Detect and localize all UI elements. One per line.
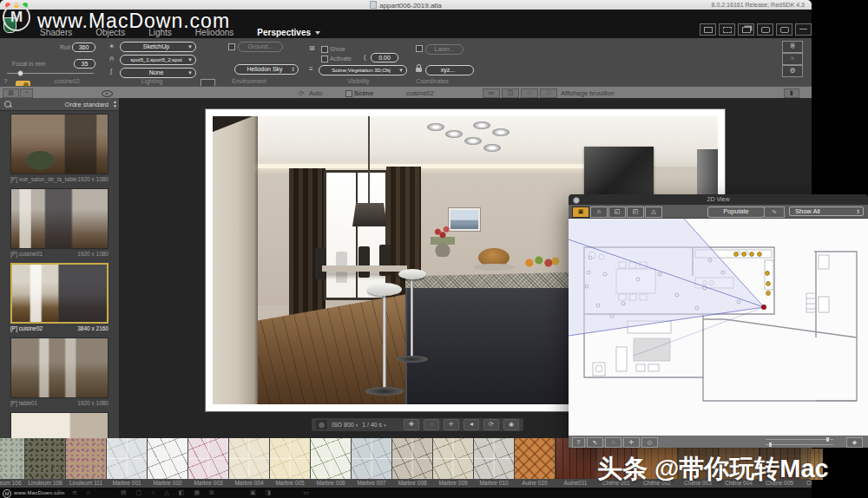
perspective-thumbnail[interactable] (10, 188, 108, 249)
material-swatch[interactable] (188, 438, 228, 479)
remove-view-button[interactable]: − (20, 88, 33, 98)
shader-cat-icon[interactable]: ▤ (121, 488, 127, 497)
aperture-button[interactable]: ◎ (316, 420, 327, 429)
gear-button[interactable]: ⚙ (782, 65, 803, 77)
tab-shaders[interactable]: Shaders (40, 28, 72, 38)
panel-toggle-button[interactable]: ▮ (784, 88, 799, 98)
view2d-object-tool-icon[interactable]: ◰ (627, 206, 644, 218)
layout-full-icon[interactable]: □ (540, 88, 557, 98)
neon-group-dropdown[interactable]: None▼ (120, 68, 196, 78)
view2d-elevation-tool-icon[interactable]: ⌂ (590, 206, 608, 218)
list-mode-button[interactable]: ▥ (3, 88, 19, 98)
grid-cat-icon[interactable]: ⊞ (209, 488, 214, 497)
material-swatch[interactable] (352, 438, 391, 479)
material-tile[interactable]: Marbre 010 (474, 438, 514, 488)
tab-heliodons[interactable]: Heliodons (195, 28, 233, 38)
help-button[interactable]: ? (3, 77, 7, 85)
perspective-thumbnail[interactable] (10, 412, 108, 438)
view2d-layers-button[interactable]: ◈ (846, 437, 863, 448)
view2d-fit-icon[interactable]: ✛ (623, 437, 640, 448)
sort-stepper-icon[interactable]: ▲▼ (113, 100, 117, 108)
show-checkbox[interactable] (321, 46, 328, 53)
material-swatch[interactable] (66, 438, 106, 479)
material-tile[interactable]: Marbre 004 (229, 438, 269, 488)
frame-icon[interactable] (776, 23, 792, 36)
material-tile[interactable]: Marbre 006 (311, 438, 351, 488)
material-swatch[interactable] (474, 438, 514, 479)
refresh-render-icon[interactable]: ⟳ (483, 419, 499, 430)
measure-icon[interactable] (719, 23, 735, 36)
laser-button[interactable]: Laser... (425, 44, 464, 55)
layout-split-icon[interactable]: ◫ (502, 88, 519, 98)
perspective-item[interactable]: [P] cuisine011920 x 1080 (0, 187, 119, 261)
near-clip-slider[interactable] (766, 439, 833, 440)
info-icon[interactable]: ◉ (503, 419, 519, 430)
perspective-item[interactable] (0, 410, 119, 438)
material-tile[interactable]: Linoleum 111 (66, 438, 106, 488)
view2d-select-icon[interactable]: ⇖ (587, 437, 603, 448)
distance-input[interactable]: 0.00 (371, 53, 398, 62)
pan-tool-icon[interactable]: ✥ (404, 419, 419, 430)
wave-icon[interactable]: ≋ (72, 488, 77, 497)
material-swatch[interactable] (515, 438, 555, 479)
material-tile[interactable]: Marbre 003 (188, 438, 228, 488)
ground-checkbox[interactable] (228, 43, 235, 50)
material-swatch[interactable] (270, 438, 310, 479)
focal-slider-knob[interactable] (17, 70, 23, 76)
roll-input[interactable]: 360 (72, 43, 95, 52)
perspective-item[interactable]: [P] cuisine023840 x 2160 (0, 261, 119, 336)
material-tile[interactable]: Marbre 002 (148, 438, 187, 488)
xyz-button[interactable]: xyz... (425, 65, 474, 75)
material-tile[interactable]: Marbre 008 (392, 438, 432, 488)
material-swatch[interactable] (311, 438, 351, 479)
perspective-thumbnail[interactable] (10, 114, 108, 174)
sky-mode-dropdown[interactable]: Heliodon Sky⇕ (234, 64, 299, 75)
layers-dropdown[interactable]: Scène;Végétation 3D;Obj▼ (319, 65, 407, 75)
view2d-section-tool-icon[interactable]: ◱ (608, 206, 626, 218)
ground-button[interactable]: Ground... (238, 42, 283, 52)
floor-plan-canvas[interactable] (569, 219, 868, 436)
material-tile[interactable]: Marbre 009 (433, 438, 473, 488)
layers-icon[interactable] (738, 23, 754, 36)
far-clip-slider[interactable] (766, 444, 833, 445)
sort-order-dropdown[interactable]: Ordre standard (65, 101, 108, 108)
eye-icon[interactable] (102, 90, 113, 97)
light-cat-icon[interactable]: ○ (151, 488, 155, 497)
refresh-icon[interactable]: ⟳ (299, 89, 304, 97)
texture-cat-icon[interactable]: ▦ (194, 488, 200, 497)
orbit-icon[interactable]: ◄ (464, 419, 479, 430)
perspective-thumbnail[interactable] (10, 337, 108, 398)
view2d-plan-tool-icon[interactable]: ▣ (572, 206, 589, 218)
view2d-titlebar[interactable]: 2D View (569, 194, 868, 205)
view2d-light-tool-icon[interactable]: △ (645, 206, 662, 218)
activate-checkbox[interactable] (321, 56, 328, 62)
view2d-pan-icon[interactable]: ◇ (641, 437, 658, 448)
material-tile[interactable]: Marbre 001 (107, 438, 147, 488)
tab-objects[interactable]: Objects (95, 28, 125, 38)
material-swatch[interactable] (25, 438, 65, 479)
object-cat-icon[interactable]: ▢ (136, 488, 142, 497)
people-cat-icon[interactable]: ◧ (179, 488, 185, 497)
material-swatch[interactable] (392, 438, 432, 479)
laser-checkbox[interactable] (416, 45, 423, 52)
perspective-item[interactable]: [P] table011920 x 1080 (0, 336, 119, 410)
light-group-dropdown[interactable]: spot5_1;sport5_2;spot▼ (120, 55, 196, 65)
folder-icon[interactable]: ◨ (266, 488, 272, 497)
tree-cat-icon[interactable]: △ (164, 488, 168, 497)
view2d-help-button[interactable]: ? (572, 437, 585, 448)
material-tile[interactable]: Aulne 020 (515, 438, 555, 488)
material-swatch[interactable] (433, 438, 473, 479)
render-settings-button[interactable]: ※ (782, 41, 803, 53)
material-tile[interactable]: Marbre 005 (270, 438, 310, 488)
material-tile[interactable]: Linoleum 108 (25, 438, 65, 488)
home-icon[interactable]: ⌂ (87, 488, 90, 497)
iso-dropdown[interactable]: ISO 800 ▾ (332, 422, 358, 428)
postprocess-button[interactable]: ✳ (782, 53, 803, 65)
path-tool-icon[interactable]: ∿ (764, 206, 785, 218)
material-swatch[interactable] (148, 438, 187, 479)
perspective-thumbnail[interactable] (10, 263, 108, 324)
populate-button[interactable]: Populate (707, 206, 765, 218)
fit-view-icon[interactable]: ✛ (444, 419, 459, 430)
layout-single-icon[interactable]: ▭ (483, 88, 500, 98)
material-tile[interactable]: Marbre 007 (352, 438, 391, 488)
